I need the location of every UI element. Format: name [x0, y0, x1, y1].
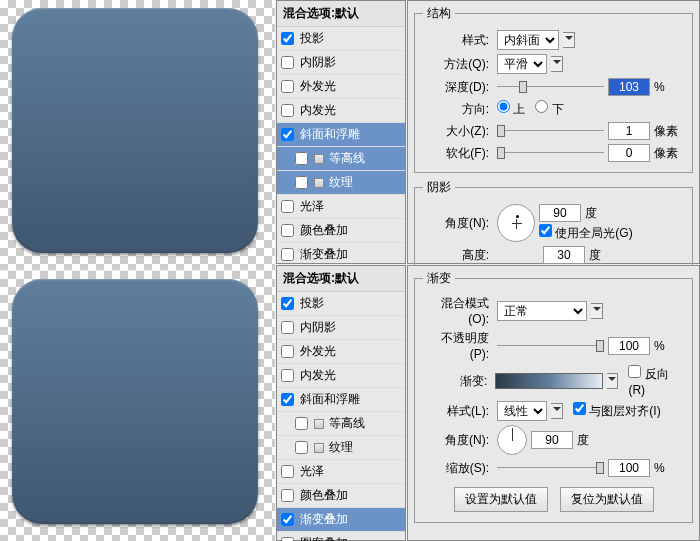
structure-group: 结构 样式:内斜面 方法(Q):平滑 深度(D):% 方向: 上 下 大小(Z)… [414, 5, 693, 173]
effect-checkbox[interactable] [281, 393, 294, 406]
effect-label: 纹理 [329, 174, 353, 191]
effect-checkbox[interactable] [281, 80, 294, 93]
effect-item[interactable]: 渐变叠加 [277, 243, 405, 267]
dropdown-icon[interactable] [607, 373, 619, 389]
gradient-swatch[interactable] [495, 373, 602, 389]
gradient-group: 渐变 混合模式(O):正常 不透明度(P):% 渐变: 反向(R) 样式(L):… [414, 270, 693, 523]
contour-icon [314, 419, 324, 429]
effect-item[interactable]: 渐变叠加 [277, 508, 405, 532]
depth-label: 深度(D): [423, 79, 493, 96]
dropdown-icon[interactable] [551, 56, 563, 72]
effect-item[interactable]: 纹理 [277, 171, 405, 195]
altitude-input[interactable] [543, 246, 585, 264]
effect-checkbox[interactable] [295, 152, 308, 165]
angle-input[interactable] [539, 204, 581, 222]
dropdown-icon[interactable] [551, 403, 563, 419]
effect-checkbox[interactable] [295, 417, 308, 430]
style-label: 样式(L): [423, 403, 493, 420]
effect-checkbox[interactable] [281, 104, 294, 117]
deg-unit: 度 [585, 205, 597, 222]
effect-checkbox[interactable] [281, 369, 294, 382]
effect-item[interactable]: 斜面和浮雕 [277, 388, 405, 412]
effect-checkbox[interactable] [281, 56, 294, 69]
reverse-check[interactable]: 反向(R) [628, 365, 684, 397]
effect-checkbox[interactable] [281, 513, 294, 526]
effect-label: 投影 [300, 30, 324, 47]
effect-item[interactable]: 纹理 [277, 436, 405, 460]
effect-checkbox[interactable] [281, 224, 294, 237]
dir-down[interactable]: 下 [535, 100, 563, 118]
effect-label: 渐变叠加 [300, 511, 348, 528]
size-input[interactable] [608, 122, 650, 140]
scale-input[interactable] [608, 459, 650, 477]
gradient-settings: 渐变 混合模式(O):正常 不透明度(P):% 渐变: 反向(R) 样式(L):… [407, 265, 700, 541]
blend-label: 混合模式(O): [423, 295, 493, 326]
effect-checkbox[interactable] [281, 128, 294, 141]
grad-style-select[interactable]: 线性 [497, 401, 547, 421]
angle-input[interactable] [531, 431, 573, 449]
effect-item[interactable]: 外发光 [277, 340, 405, 364]
effect-checkbox[interactable] [281, 321, 294, 334]
depth-input[interactable] [608, 78, 650, 96]
gradient-label: 渐变: [423, 373, 491, 390]
effect-label: 光泽 [300, 463, 324, 480]
effect-item[interactable]: 外发光 [277, 75, 405, 99]
dir-up[interactable]: 上 [497, 100, 525, 118]
scale-slider[interactable] [497, 461, 604, 475]
angle-dial[interactable] [497, 204, 535, 242]
style-select[interactable]: 内斜面 [497, 30, 559, 50]
effect-item[interactable]: 斜面和浮雕 [277, 123, 405, 147]
size-slider[interactable] [497, 124, 604, 138]
blend-select[interactable]: 正常 [497, 301, 587, 321]
effect-label: 颜色叠加 [300, 222, 348, 239]
effect-item[interactable]: 颜色叠加 [277, 484, 405, 508]
size-label: 大小(Z): [423, 123, 493, 140]
effect-checkbox[interactable] [281, 537, 294, 541]
method-select[interactable]: 平滑 [497, 54, 547, 74]
effect-checkbox[interactable] [295, 176, 308, 189]
set-default-button[interactable]: 设置为默认值 [454, 487, 548, 512]
effect-checkbox[interactable] [281, 465, 294, 478]
shape-preview [12, 279, 258, 524]
effect-checkbox[interactable] [281, 489, 294, 502]
effect-item[interactable]: 等高线 [277, 412, 405, 436]
align-check[interactable]: 与图层对齐(I) [573, 402, 661, 420]
effect-item[interactable]: 投影 [277, 27, 405, 51]
effect-item[interactable]: 内发光 [277, 364, 405, 388]
reset-default-button[interactable]: 复位为默认值 [560, 487, 654, 512]
percent-unit: % [654, 339, 684, 353]
effect-checkbox[interactable] [281, 32, 294, 45]
soften-slider[interactable] [497, 146, 604, 160]
effect-item[interactable]: 颜色叠加 [277, 219, 405, 243]
effect-item[interactable]: 投影 [277, 292, 405, 316]
group-label: 阴影 [423, 179, 455, 196]
effect-item[interactable]: 内发光 [277, 99, 405, 123]
effect-item[interactable]: 图案叠加 [277, 532, 405, 541]
dropdown-icon[interactable] [563, 32, 575, 48]
opacity-input[interactable] [608, 337, 650, 355]
global-light-check[interactable]: 使用全局光(G) [539, 224, 633, 242]
effect-item[interactable]: 光泽 [277, 460, 405, 484]
shape-preview [12, 8, 258, 253]
effect-item[interactable]: 内阴影 [277, 316, 405, 340]
effect-checkbox[interactable] [281, 345, 294, 358]
effect-label: 内阴影 [300, 319, 336, 336]
effect-checkbox[interactable] [281, 297, 294, 310]
preview-bottom [0, 271, 275, 541]
effect-item[interactable]: 等高线 [277, 147, 405, 171]
effect-label: 内发光 [300, 367, 336, 384]
deg-unit: 度 [577, 432, 589, 449]
contour-icon [314, 443, 324, 453]
depth-slider[interactable] [497, 80, 604, 94]
effect-item[interactable]: 光泽 [277, 195, 405, 219]
effect-checkbox[interactable] [281, 248, 294, 261]
dropdown-icon[interactable] [591, 303, 603, 319]
opacity-slider[interactable] [497, 339, 604, 353]
effect-item[interactable]: 内阴影 [277, 51, 405, 75]
effect-label: 颜色叠加 [300, 487, 348, 504]
contour-icon [314, 178, 324, 188]
effect-checkbox[interactable] [295, 441, 308, 454]
effect-checkbox[interactable] [281, 200, 294, 213]
angle-dial[interactable] [497, 425, 527, 455]
soften-input[interactable] [608, 144, 650, 162]
